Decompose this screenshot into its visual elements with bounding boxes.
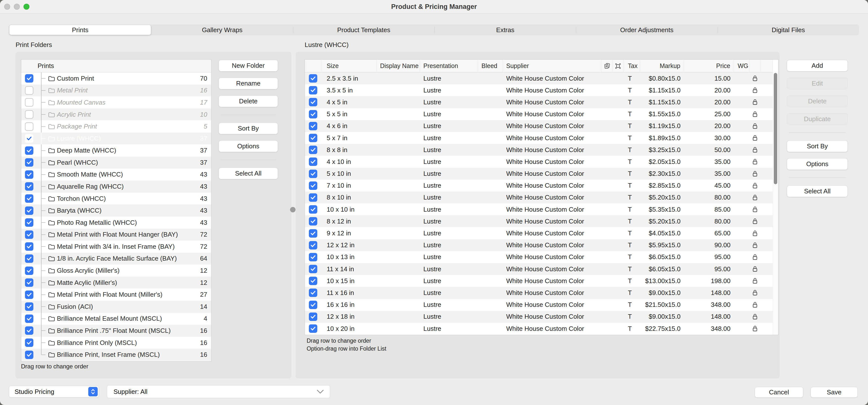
lock-icon[interactable] <box>749 158 761 165</box>
product-row[interactable]: 7 x 10 inLustreWhite House Custom ColorT… <box>305 180 773 192</box>
column-header-bleed[interactable]: Bleed <box>478 60 503 72</box>
lock-icon[interactable] <box>749 325 761 332</box>
folder-row[interactable]: Acrylic Print10 <box>21 108 211 121</box>
lock-icon[interactable] <box>749 134 761 142</box>
product-checkbox[interactable] <box>309 324 317 333</box>
lock-icon[interactable] <box>749 277 761 284</box>
folder-row[interactable]: Metal Print with 3/4 in. Inset Frame (BA… <box>21 241 211 253</box>
lock-icon[interactable] <box>749 182 761 189</box>
product-checkbox[interactable] <box>309 122 317 130</box>
delete-button[interactable]: Delete <box>219 95 278 107</box>
options-button[interactable]: Options <box>787 158 848 170</box>
folder-checkbox[interactable] <box>25 302 33 311</box>
new-folder-button[interactable]: New Folder <box>219 60 278 71</box>
product-row[interactable]: 5 x 10 inLustreWhite House Custom ColorT… <box>305 168 773 180</box>
folder-row[interactable]: Pearl (WHCC)37 <box>21 157 211 168</box>
folder-checkbox[interactable] <box>25 182 33 191</box>
lock-icon[interactable] <box>749 206 761 213</box>
column-header-size[interactable]: Size <box>321 60 377 72</box>
folder-row[interactable]: Custom Print70 <box>21 72 211 85</box>
tab-digital-files[interactable]: Digital Files <box>718 25 859 35</box>
lock-icon[interactable] <box>749 266 761 273</box>
tab-product-templates[interactable]: Product Templates <box>293 25 434 35</box>
folder-checkbox[interactable] <box>25 158 33 167</box>
product-row[interactable]: 4 x 6 inLustreWhite House Custom ColorT$… <box>305 120 773 132</box>
product-row[interactable]: 4 x 5 inLustreWhite House Custom ColorT$… <box>305 96 773 108</box>
folder-checkbox[interactable] <box>25 290 33 299</box>
folder-checkbox[interactable] <box>25 218 33 227</box>
folder-row[interactable]: Fusion (ACI)14 <box>21 301 211 313</box>
add-button[interactable]: Add <box>787 60 848 71</box>
folder-checkbox[interactable] <box>25 351 33 359</box>
folder-checkbox[interactable] <box>25 194 33 203</box>
product-row[interactable]: 16 x 16 inLustreWhite House Custom Color… <box>305 299 773 311</box>
sort-by-button[interactable]: Sort By <box>787 141 848 152</box>
product-checkbox[interactable] <box>309 205 317 214</box>
product-row[interactable]: 10 x 10 inLustreWhite House Custom Color… <box>305 204 773 215</box>
supplier-filter[interactable]: Supplier: All <box>107 385 330 398</box>
folder-checkbox[interactable] <box>25 134 33 143</box>
lock-icon[interactable] <box>749 254 761 260</box>
product-row[interactable]: 2.5 x 3.5 inLustreWhite House Custom Col… <box>305 72 773 84</box>
folder-row[interactable]: Baryta (WHCC)43 <box>21 205 211 217</box>
folder-row[interactable]: Metal Print with Float Mount Hanger (BAY… <box>21 229 211 241</box>
column-header-copies-icon[interactable] <box>601 60 613 72</box>
lock-icon[interactable] <box>749 194 761 201</box>
folder-checkbox[interactable] <box>25 314 33 323</box>
product-row[interactable]: 5 x 7 inLustreWhite House Custom ColorT$… <box>305 132 773 144</box>
column-header-display-name[interactable]: Display Name <box>377 60 420 72</box>
lock-icon[interactable] <box>749 99 761 105</box>
folder-checkbox[interactable] <box>25 110 33 119</box>
product-checkbox[interactable] <box>309 86 317 94</box>
product-row[interactable]: 11 x 16 inLustreWhite House Custom Color… <box>305 287 773 299</box>
folder-row[interactable]: Smooth Matte (WHCC)43 <box>21 168 211 181</box>
product-row[interactable]: 10 x 15 inLustreWhite House Custom Color… <box>305 275 773 287</box>
product-row[interactable]: 12 x 18 inLustreWhite House Custom Color… <box>305 311 773 323</box>
product-checkbox[interactable] <box>309 288 317 297</box>
rename-button[interactable]: Rename <box>219 77 278 89</box>
lock-icon[interactable] <box>749 75 761 82</box>
product-checkbox[interactable] <box>309 241 317 249</box>
product-checkbox[interactable] <box>309 74 317 83</box>
folder-checkbox[interactable] <box>25 339 33 347</box>
folder-checkbox[interactable] <box>25 122 33 131</box>
product-row[interactable]: 11 x 14 inLustreWhite House Custom Color… <box>305 263 773 275</box>
vertical-scrollbar[interactable] <box>773 72 778 335</box>
product-checkbox[interactable] <box>309 301 317 309</box>
lock-icon[interactable] <box>749 218 761 225</box>
folder-checkbox[interactable] <box>25 278 33 287</box>
folder-row[interactable]: Aquarelle Rag (WHCC)43 <box>21 181 211 193</box>
product-checkbox[interactable] <box>309 146 317 154</box>
folder-checkbox[interactable] <box>25 326 33 335</box>
folder-checkbox[interactable] <box>25 86 33 95</box>
product-checkbox[interactable] <box>309 229 317 238</box>
column-header-price[interactable]: Price <box>684 60 734 72</box>
product-row[interactable]: 5 x 5 inLustreWhite House Custom ColorT$… <box>305 108 773 120</box>
folder-row[interactable]: 1/8 in. Acrylic Face Metallic Surface (B… <box>21 253 211 265</box>
product-checkbox[interactable] <box>309 277 317 285</box>
product-row[interactable]: 9 x 12 inLustreWhite House Custom ColorT… <box>305 227 773 239</box>
product-checkbox[interactable] <box>309 193 317 202</box>
product-row[interactable]: 8 x 10 inLustreWhite House Custom ColorT… <box>305 192 773 204</box>
product-row[interactable]: 8 x 8 inLustreWhite House Custom ColorT$… <box>305 144 773 156</box>
lock-icon[interactable] <box>749 313 761 320</box>
lock-icon[interactable] <box>749 87 761 94</box>
product-checkbox[interactable] <box>309 313 317 321</box>
folder-row[interactable]: Deep Matte (WHCC)37 <box>21 145 211 157</box>
save-button[interactable]: Save <box>811 387 858 398</box>
product-checkbox[interactable] <box>309 265 317 273</box>
column-header-tax[interactable]: Tax <box>623 60 640 72</box>
folder-row[interactable]: Brilliance Metal Easel Mount (MSCL)4 <box>21 313 211 325</box>
splitter-handle[interactable] <box>290 207 296 212</box>
folder-row[interactable]: Metal Print16 <box>21 85 211 97</box>
scrollbar-thumb[interactable] <box>774 73 777 184</box>
product-checkbox[interactable] <box>309 169 317 178</box>
folder-row[interactable]: Matte Acylic (Miller's)12 <box>21 277 211 289</box>
folder-row[interactable]: Torchon (WHCC)43 <box>21 193 211 205</box>
product-row[interactable]: 10 x 20 inLustreWhite House Custom Color… <box>305 323 773 335</box>
cancel-button[interactable]: Cancel <box>755 387 803 398</box>
product-checkbox[interactable] <box>309 134 317 142</box>
folder-row[interactable]: Mounted Canvas17 <box>21 96 211 108</box>
folder-checkbox[interactable] <box>25 207 33 215</box>
tab-extras[interactable]: Extras <box>434 25 576 35</box>
